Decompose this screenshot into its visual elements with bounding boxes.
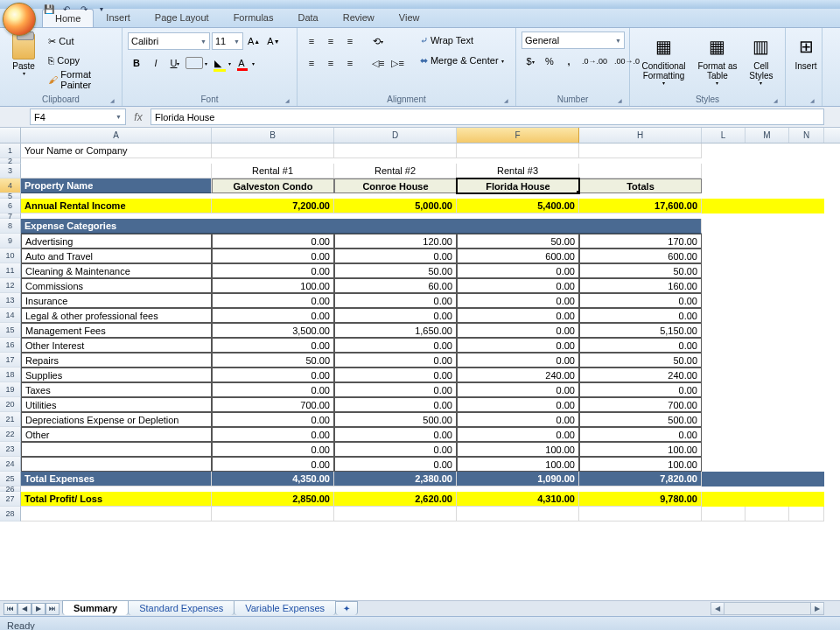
format-as-table-button[interactable]: ▦Format as Table▾ [696,32,739,88]
col-header-L[interactable]: L [702,128,746,143]
office-button[interactable] [3,3,36,36]
cell[interactable] [789,219,824,234]
cell[interactable]: 0.00 [212,234,334,248]
worksheet-grid[interactable]: A B D F H L M N 1Your Name or Company23R… [0,128,840,600]
cell[interactable]: 1,090.00 [457,472,579,486]
align-bottom-button[interactable]: ≡ [341,32,359,50]
cell[interactable] [746,412,789,427]
cell[interactable]: 0.00 [212,457,334,472]
cell[interactable] [579,164,702,178]
cell[interactable] [789,263,824,278]
cell[interactable] [702,457,746,472]
cell[interactable] [789,397,824,412]
cell[interactable] [789,427,824,442]
col-header-D[interactable]: D [334,128,457,143]
cell[interactable]: 0.00 [212,427,334,442]
cell[interactable]: 0.00 [334,427,457,442]
cell[interactable]: 0.00 [457,278,579,293]
cell[interactable] [21,457,212,472]
copy-button[interactable]: ⎘ Copy [46,52,82,69]
cell[interactable]: 9,780.00 [579,492,702,507]
cell[interactable] [21,164,212,178]
cell[interactable]: 2,620.00 [334,492,457,507]
cell[interactable] [702,368,746,382]
cell[interactable]: 0.00 [334,248,457,263]
align-top-button[interactable]: ≡ [303,32,320,50]
cell[interactable] [702,234,746,248]
cell[interactable]: Galveston Condo [212,178,334,193]
cell[interactable] [746,144,789,158]
cell[interactable] [746,442,789,457]
cell[interactable] [212,507,334,522]
cell[interactable] [789,248,824,263]
col-header-N[interactable]: N [789,128,824,143]
col-header-A[interactable]: A [21,128,212,143]
col-header-H[interactable]: H [579,128,702,143]
cell[interactable] [334,507,457,522]
cell[interactable] [702,263,746,278]
row-header[interactable]: 24 [0,457,21,472]
qat-dropdown-icon[interactable]: ▼ [94,2,108,16]
cell[interactable] [702,144,746,158]
cell[interactable] [702,507,746,522]
cell[interactable]: Advertising [21,234,212,248]
cell[interactable]: 0.00 [457,308,579,323]
cell[interactable]: Management Fees [21,323,212,338]
ribbon-tab-view[interactable]: View [387,9,432,27]
ribbon-tab-data[interactable]: Data [285,9,330,27]
cell[interactable] [702,219,746,234]
cell[interactable] [746,397,789,412]
cell[interactable] [746,382,789,397]
cell[interactable] [789,368,824,382]
qat-redo-icon[interactable]: ↷ [77,2,91,16]
cell[interactable] [789,234,824,248]
cell[interactable]: 7,200.00 [212,199,334,214]
cell[interactable]: 0.00 [457,382,579,397]
align-left-button[interactable]: ≡ [303,54,320,72]
row-header[interactable]: 14 [0,308,21,323]
cell[interactable]: 3,500.00 [212,323,334,338]
scroll-right-icon[interactable]: ▶ [810,603,823,614]
cell[interactable]: 0.00 [334,353,457,368]
ribbon-tab-page-layout[interactable]: Page Layout [143,9,221,27]
cell[interactable]: 50.00 [457,234,579,248]
cell[interactable] [334,144,457,158]
align-center-button[interactable]: ≡ [322,54,340,72]
cell[interactable] [702,178,746,193]
cell[interactable]: 0.00 [212,263,334,278]
cell[interactable]: Cleaning & Maintenance [21,263,212,278]
cell[interactable]: 0.00 [334,397,457,412]
cell[interactable]: 2,380.00 [334,472,457,486]
cell[interactable] [789,323,824,338]
row-header[interactable]: 16 [0,338,21,353]
cell[interactable]: Total Profit/ Loss [21,492,212,507]
cell[interactable]: Auto and Travel [21,248,212,263]
formula-input[interactable]: Florida House [150,108,824,125]
cell[interactable]: 0.00 [579,293,702,308]
cell[interactable] [746,323,789,338]
cell[interactable]: Repairs [21,353,212,368]
row-header[interactable]: 3 [0,164,21,178]
cell[interactable] [789,353,824,368]
cell[interactable] [746,263,789,278]
cell[interactable] [746,457,789,472]
cell[interactable]: 0.00 [334,338,457,353]
fill-color-button[interactable]: ◣ [209,54,227,72]
cell[interactable]: 0.00 [212,248,334,263]
cell[interactable]: Expense Categories [21,219,702,234]
cell[interactable]: 240.00 [579,368,702,382]
cell[interactable]: Supplies [21,368,212,382]
cell[interactable]: 1,650.00 [334,323,457,338]
cell[interactable]: 120.00 [334,234,457,248]
italic-button[interactable]: I [147,54,164,72]
fx-button[interactable]: fx [126,111,150,123]
cell[interactable]: Commissions [21,278,212,293]
cell[interactable] [702,308,746,323]
row-header[interactable]: 27 [0,492,21,507]
cell[interactable] [702,472,746,486]
cell[interactable] [789,164,824,178]
cell[interactable] [789,507,824,522]
cell[interactable] [789,178,824,193]
row-header[interactable]: 12 [0,278,21,293]
row-header[interactable]: 18 [0,368,21,382]
